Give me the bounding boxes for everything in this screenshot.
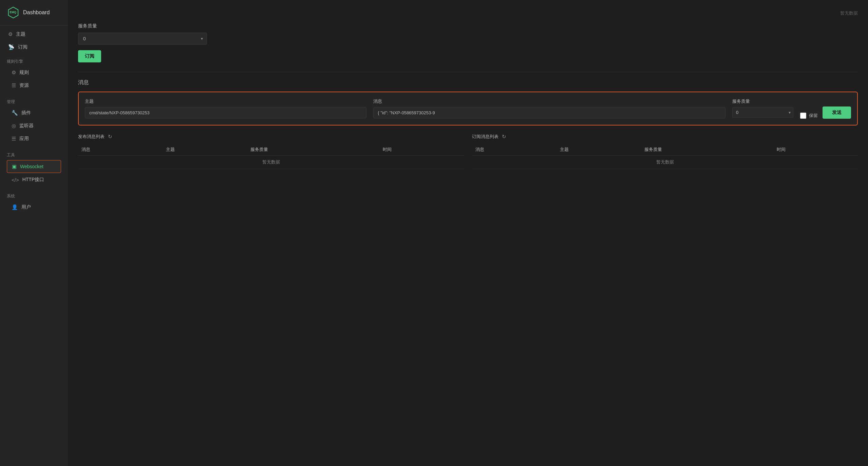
publish-col-topic: 主题 — [163, 144, 247, 156]
divider — [78, 72, 858, 72]
sidebar: EMQ Dashboard ⚙ 主题 📡 订阅 规则引擎 ⚙ 规则 ☰ 资源 管… — [0, 0, 68, 466]
message-lists: 发布消息列表 ↻ 消息 主题 服务质量 时间 — [78, 134, 858, 169]
subscribe-table: 消息 主题 服务质量 时间 暂无数据 — [472, 144, 858, 169]
compose-row: 主题 消息 服务质量 0 1 2 — [85, 98, 851, 119]
section-system: 系统 👤 用户 — [0, 189, 68, 216]
resources-icon: ☰ — [12, 82, 16, 89]
topic-field-label: 主题 — [85, 98, 366, 104]
sidebar-item-rules[interactable]: ⚙ 规则 — [7, 66, 61, 79]
sidebar-item-http[interactable]: </> HTTP接口 — [7, 174, 61, 186]
section-tools: 工具 ▣ Websocket </> HTTP接口 — [0, 148, 68, 189]
sidebar-item-label: 订阅 — [18, 44, 27, 50]
subscribe-col-qos: 服务质量 — [641, 144, 773, 156]
subscribe-list-section: 订阅消息列表 ↻ 消息 主题 服务质量 时间 — [472, 134, 858, 169]
subscribe-list-header: 订阅消息列表 ↻ — [472, 134, 858, 140]
send-button[interactable]: 发送 — [823, 106, 851, 119]
svg-text:EMQ: EMQ — [10, 11, 17, 14]
sidebar-item-subscribe[interactable]: 📡 订阅 — [3, 41, 64, 53]
retain-label: 保留 — [809, 113, 818, 119]
message-input[interactable] — [373, 107, 725, 118]
subscribe-empty-data: 暂无数据 — [472, 156, 858, 169]
logo-area: EMQ Dashboard — [0, 0, 68, 25]
plugins-icon: 🔧 — [12, 110, 18, 116]
qos-select[interactable]: 0 1 2 — [78, 33, 207, 45]
subscribe-section: 服务质量 0 1 2 ▾ 订阅 — [78, 23, 858, 62]
sidebar-item-users[interactable]: 👤 用户 — [7, 201, 61, 213]
publish-list-header: 发布消息列表 ↻ — [78, 134, 464, 140]
sidebar-item-label: 应用 — [19, 136, 29, 142]
publish-list-title: 发布消息列表 — [78, 134, 105, 140]
users-icon: 👤 — [12, 204, 18, 210]
subscribe-col-topic: 主题 — [556, 144, 641, 156]
sidebar-item-resources[interactable]: ☰ 资源 — [7, 79, 61, 92]
message-field-label: 消息 — [373, 98, 725, 104]
no-data-top: 暂无数据 — [78, 7, 858, 23]
subscribe-col-message: 消息 — [472, 144, 556, 156]
sidebar-item-label: 监听器 — [19, 123, 34, 129]
subscribe-col-time: 时间 — [773, 144, 858, 156]
subscribe-icon: 📡 — [8, 44, 15, 50]
publish-refresh-icon[interactable]: ↻ — [108, 134, 112, 140]
listeners-icon: ◎ — [12, 123, 16, 129]
qos-label: 服务质量 — [78, 23, 858, 29]
topic-icon: ⚙ — [8, 31, 13, 37]
message-section: 消息 主题 消息 服务质量 0 — [78, 79, 858, 169]
publish-col-qos: 服务质量 — [247, 144, 379, 156]
topic-field: 主题 — [85, 98, 366, 118]
sidebar-item-label: Websocket — [20, 164, 43, 169]
section-label: 工具 — [7, 152, 61, 158]
publish-empty-data: 暂无数据 — [78, 156, 464, 169]
sidebar-item-topic[interactable]: ⚙ 主题 — [3, 28, 64, 40]
websocket-icon: ▣ — [12, 163, 17, 170]
compose-actions: 保留 发送 — [800, 98, 851, 119]
sidebar-item-label: 插件 — [21, 110, 31, 116]
apps-icon: ☰ — [12, 136, 16, 142]
qos-select-wrapper: 0 1 2 ▾ — [78, 33, 207, 45]
rules-icon: ⚙ — [12, 70, 16, 76]
subscribe-refresh-icon[interactable]: ↻ — [502, 134, 506, 140]
publish-col-message: 消息 — [78, 144, 163, 156]
http-icon: </> — [12, 177, 19, 183]
publish-list-section: 发布消息列表 ↻ 消息 主题 服务质量 时间 — [78, 134, 464, 169]
main-content: 暂无数据 服务质量 0 1 2 ▾ 订阅 消息 — [68, 0, 868, 466]
retain-wrapper: 保留 — [800, 113, 818, 119]
qos-compose-field: 服务质量 0 1 2 ▾ — [732, 98, 793, 118]
qos-compose-select-wrapper: 0 1 2 ▾ — [732, 107, 793, 118]
subscribe-list-title: 订阅消息列表 — [472, 134, 498, 140]
publish-empty-row: 暂无数据 — [78, 156, 464, 169]
sidebar-item-plugins[interactable]: 🔧 插件 — [7, 107, 61, 119]
sidebar-item-label: 资源 — [19, 82, 29, 89]
message-title: 消息 — [78, 79, 858, 86]
qos-compose-select[interactable]: 0 1 2 — [732, 107, 793, 118]
section-label: 系统 — [7, 193, 61, 199]
sidebar-item-label: 规则 — [19, 70, 29, 76]
retain-checkbox[interactable] — [800, 113, 806, 119]
topic-input[interactable] — [85, 107, 366, 118]
message-compose-box: 主题 消息 服务质量 0 1 2 — [78, 92, 858, 125]
sidebar-item-websocket[interactable]: ▣ Websocket — [7, 160, 61, 173]
section-label: 规则引擎 — [7, 59, 61, 64]
sidebar-item-label: 用户 — [21, 204, 31, 210]
emq-logo: EMQ — [7, 6, 20, 19]
sidebar-item-apps[interactable]: ☰ 应用 — [7, 133, 61, 145]
section-manage: 管理 🔧 插件 ◎ 监听器 ☰ 应用 — [0, 94, 68, 148]
sidebar-item-label: HTTP接口 — [22, 177, 44, 183]
sidebar-item-label: 主题 — [16, 31, 25, 37]
logo-title: Dashboard — [23, 9, 50, 16]
subscribe-empty-row: 暂无数据 — [472, 156, 858, 169]
message-field: 消息 — [373, 98, 725, 118]
section-rules-engine: 规则引擎 ⚙ 规则 ☰ 资源 — [0, 54, 68, 94]
publish-table: 消息 主题 服务质量 时间 暂无数据 — [78, 144, 464, 169]
publish-col-time: 时间 — [379, 144, 464, 156]
subscribe-button[interactable]: 订阅 — [78, 50, 101, 62]
sidebar-item-listeners[interactable]: ◎ 监听器 — [7, 120, 61, 132]
qos-compose-label: 服务质量 — [732, 98, 793, 104]
section-label: 管理 — [7, 99, 61, 105]
